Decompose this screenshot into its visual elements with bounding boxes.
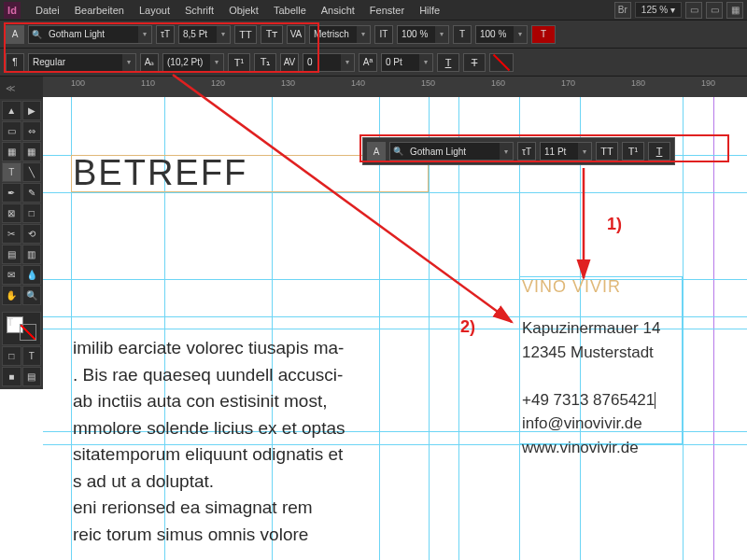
control-panel-row2: ¶ ▾ Aₐ ▾ T¹ T₁ AV ▾ Aª ▾ T T [0,49,747,77]
content-placer-tool[interactable]: ▦ [22,142,42,161]
chevron-down-icon[interactable]: ▾ [357,26,370,43]
chevron-down-icon[interactable]: ▾ [210,54,223,71]
rectangle-frame-tool[interactable]: ⊠ [2,203,21,223]
font-size-combo[interactable]: ▾ [178,25,231,44]
stroke-color-icon[interactable] [489,53,514,72]
direct-selection-tool[interactable]: ▶ [22,101,42,120]
fill-stroke-swap[interactable]: T [2,312,41,345]
view-mode-icon[interactable]: ▭ [685,2,702,19]
rectangle-tool[interactable]: □ [22,203,42,223]
kerning-input[interactable] [310,29,357,39]
format-text-icon[interactable]: T [22,346,42,366]
free-transform-tool[interactable]: ⟲ [22,224,42,244]
underline-icon[interactable]: T [648,142,670,161]
strike-icon[interactable]: T [463,53,486,72]
baseline-input[interactable] [382,57,419,67]
menu-schrift[interactable]: Schrift [177,5,221,16]
float-font-input[interactable] [406,147,500,157]
chevron-down-icon[interactable]: ▾ [419,54,432,71]
vscale-combo[interactable]: ▾ [475,25,528,44]
char-format-icon[interactable]: A [367,142,386,161]
gradient-feather-tool[interactable]: ▥ [22,245,42,264]
underline-icon[interactable]: T [437,53,459,72]
menu-hilfe[interactable]: Hilfe [412,5,447,16]
page-tool[interactable]: ▭ [2,121,21,141]
content-collector-tool[interactable]: ▦ [2,142,21,161]
float-font-combo[interactable]: 🔍 ▾ [389,142,514,161]
font-family-input[interactable] [45,29,138,39]
font-style-combo[interactable]: ▾ [28,53,136,72]
smallcaps-icon[interactable]: Tᴛ [261,25,283,44]
tabs-scroll-icon[interactable]: ≪ [6,83,15,93]
allcaps-icon[interactable]: TT [596,142,618,161]
chevron-down-icon[interactable]: ▾ [514,26,527,43]
menu-ansicht[interactable]: Ansicht [314,5,362,16]
leading-combo[interactable]: ▾ [162,53,224,72]
fill-color-icon[interactable]: T [531,25,556,44]
chevron-down-icon[interactable]: ▾ [138,26,151,43]
leading-input[interactable] [163,57,210,67]
font-style-input[interactable] [29,57,122,67]
vscale-input[interactable] [476,29,514,39]
scissors-tool[interactable]: ✂ [2,224,21,244]
subscript-icon[interactable]: T₁ [254,53,276,72]
document-canvas[interactable]: BETREFF imilib earciate volorec tiusapis… [43,97,747,560]
selection-tool[interactable]: ▲ [2,101,21,120]
gap-tool[interactable]: ⇔ [22,121,42,141]
chevron-down-icon[interactable]: ▾ [435,26,448,43]
superscript-icon[interactable]: T¹ [622,142,644,161]
eyedropper-tool[interactable]: 💧 [22,265,42,285]
annotation-label-2: 2) [460,317,475,337]
float-size-input[interactable] [541,147,578,157]
annotation-label-1: 1) [607,215,622,234]
superscript-icon[interactable]: T¹ [228,53,250,72]
menu-fenster[interactable]: Fenster [362,5,412,16]
char-format-icon[interactable]: A [6,25,24,44]
line-tool[interactable]: ╲ [22,162,42,182]
kerning-combo[interactable]: ▾ [309,25,371,44]
tracking-input[interactable] [303,57,341,67]
font-size-input[interactable] [179,29,217,39]
chevron-down-icon[interactable]: ▾ [578,143,591,160]
font-family-combo[interactable]: 🔍 ▾ [28,25,152,44]
float-size-combo[interactable]: ▾ [540,142,592,161]
ruler-tick: 180 [631,78,645,88]
para-format-icon[interactable]: ¶ [6,53,24,72]
allcaps-icon[interactable]: TT [234,25,257,44]
menu-layout[interactable]: Layout [132,5,177,16]
tools-panel: ▲▶ ▭⇔ ▦▦ T╲ ✒✎ ⊠□ ✂⟲ ▤▥ ✉💧 ✋🔍 T □T ■▤ [0,99,43,389]
pencil-tool[interactable]: ✎ [22,183,42,203]
zoom-tool[interactable]: 🔍 [22,286,42,305]
ruler-tick: 100 [71,78,85,88]
type-tool[interactable]: T [2,162,21,182]
menu-objekt[interactable]: Objekt [221,5,266,16]
chevron-down-icon[interactable]: ▾ [217,26,230,43]
screen-mode-icon[interactable]: ▭ [706,2,723,19]
pen-tool[interactable]: ✒ [2,183,21,203]
bridge-icon[interactable]: Br [614,2,631,19]
horizontal-ruler[interactable]: 100 110 120 130 140 150 160 170 180 190 [43,77,747,97]
menu-datei[interactable]: Datei [28,5,67,16]
format-container-icon[interactable]: □ [2,346,21,366]
baseline-combo[interactable]: ▾ [381,53,433,72]
hscale-combo[interactable]: ▾ [397,25,449,44]
hand-tool[interactable]: ✋ [2,286,21,305]
apply-gradient-icon[interactable]: ▤ [22,367,42,386]
note-tool[interactable]: ✉ [2,265,21,285]
arrange-icon[interactable]: ▦ [726,2,743,19]
text-frame-sidebar[interactable] [519,276,683,444]
body-text-frame[interactable]: imilib earciate volorec tiusapis ma- . B… [73,335,446,548]
hscale-icon: IT [374,25,393,44]
chevron-down-icon[interactable]: ▾ [341,54,354,71]
chevron-down-icon[interactable]: ▾ [500,143,513,160]
menu-tabelle[interactable]: Tabelle [266,5,314,16]
apply-color-icon[interactable]: ■ [2,367,21,386]
menu-bearbeiten[interactable]: Bearbeiten [67,5,132,16]
chevron-down-icon[interactable]: ▾ [122,54,135,71]
gradient-swatch-tool[interactable]: ▤ [2,245,21,264]
hscale-input[interactable] [398,29,435,39]
tracking-combo[interactable]: ▾ [303,53,355,72]
floating-char-panel[interactable]: A 🔍 ▾ τT ▾ TT T¹ T [362,137,675,165]
zoom-level[interactable]: 125 % ▾ [635,2,682,18]
vscale-icon: T [453,25,472,44]
